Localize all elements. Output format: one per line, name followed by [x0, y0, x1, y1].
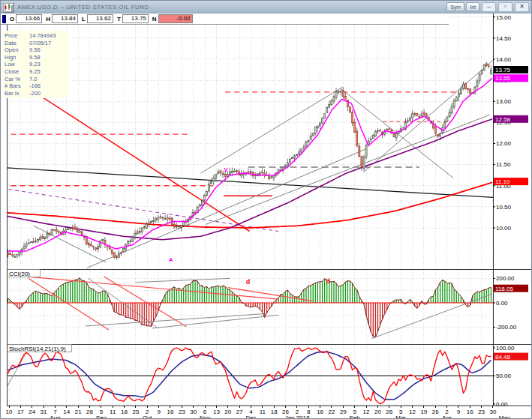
svg-text:10.00: 10.00	[496, 225, 512, 232]
svg-text:18: 18	[121, 409, 128, 415]
info-value: 9.56	[29, 46, 41, 54]
info-label: Open	[5, 46, 29, 54]
info-row: Price14.784943	[5, 32, 66, 40]
svg-text:21: 21	[75, 409, 82, 415]
info-label: High	[5, 54, 29, 61]
info-value: 9.25	[29, 68, 41, 76]
info-value: 07/05/17	[29, 40, 51, 47]
svg-text:11: 11	[260, 409, 266, 415]
svg-text:Feb: Feb	[350, 415, 360, 419]
chart-app-icon	[3, 2, 14, 12]
info-row: Date07/05/17	[5, 40, 66, 47]
svg-text:28: 28	[86, 409, 93, 415]
svg-text:13.00: 13.00	[496, 98, 512, 105]
quote-symbol-marker	[2, 15, 6, 23]
svg-text:30: 30	[190, 409, 197, 415]
svg-text:V: V	[224, 166, 228, 173]
quote-label-L: L	[82, 16, 86, 22]
info-row: Open9.56	[5, 46, 66, 54]
info-row: Low9.23	[5, 61, 66, 68]
quote-label-O: O	[10, 16, 14, 22]
info-value: -200	[29, 90, 41, 97]
window-title: AMEX:USO,D -- UNITED STATES OIL FUND	[17, 4, 445, 10]
svg-text:Mar: Mar	[395, 415, 406, 419]
quote-value-L: 13.62	[87, 14, 113, 23]
chart-svg[interactable]: AVddCCI(20)StochRSI(14,21(1),9)15.0014.5…	[1, 1, 532, 419]
quote-bar: O13.66H13.84L13.62T13.75N-0.02	[1, 13, 449, 25]
svg-text:d: d	[326, 277, 331, 285]
quote-label-H: H	[46, 16, 50, 22]
int-button[interactable]: Int	[466, 2, 479, 11]
svg-text:12: 12	[409, 409, 416, 415]
svg-text:0.00: 0.00	[496, 401, 508, 408]
info-row: Bar Ix-200	[5, 90, 66, 97]
svg-text:9: 9	[457, 409, 461, 415]
svg-text:29: 29	[340, 409, 347, 415]
svg-text:Jan 2018: Jan 2018	[284, 415, 309, 419]
info-value: 7.0	[29, 76, 37, 83]
window-titlebar[interactable]: AMEX:USO,D -- UNITED STATES OIL FUND Sym…	[1, 1, 531, 13]
svg-text:27: 27	[236, 409, 243, 415]
svg-text:20: 20	[224, 409, 231, 415]
svg-text:Sep: Sep	[96, 415, 107, 419]
svg-text:18: 18	[271, 409, 278, 415]
info-value: 14.784943	[29, 32, 56, 40]
svg-text:17: 17	[17, 409, 24, 415]
info-row: # Bars-166	[5, 82, 66, 90]
svg-text:May: May	[499, 415, 510, 419]
quote-value-O: 13.66	[16, 14, 42, 23]
svg-text:Apr: Apr	[442, 415, 452, 419]
svg-text:23: 23	[478, 409, 485, 415]
svg-text:16: 16	[167, 409, 174, 415]
svg-text:25: 25	[132, 409, 139, 415]
svg-text:100.00: 100.00	[496, 345, 515, 352]
svg-text:9: 9	[157, 409, 161, 415]
svg-text:16: 16	[317, 409, 323, 415]
svg-text:Nov: Nov	[200, 415, 210, 419]
svg-text:0.00: 0.00	[496, 300, 508, 307]
sym-button[interactable]: Sym	[446, 2, 464, 11]
quote-label-T: T	[117, 16, 121, 22]
svg-text:StochRSI(14,21(1),9): StochRSI(14,21(1),9)	[9, 346, 66, 352]
svg-text:14.50: 14.50	[496, 35, 512, 42]
svg-text:26: 26	[432, 409, 439, 415]
info-row: Close9.25	[5, 68, 66, 76]
svg-text:31: 31	[41, 409, 47, 415]
svg-text:20: 20	[374, 409, 381, 415]
svg-text:11.10: 11.10	[495, 178, 510, 185]
minimize-button[interactable]: –	[482, 2, 496, 12]
info-label: Low	[5, 61, 29, 68]
svg-text:Aug: Aug	[50, 415, 60, 419]
maximize-button[interactable]: ▫	[498, 2, 512, 12]
quote-label-N: N	[152, 16, 157, 22]
cursor-info-panel: Price14.784943Date07/05/17Open9.56High9.…	[2, 31, 68, 98]
info-label: Bar Ix	[5, 90, 29, 97]
info-value: -166	[29, 82, 41, 90]
svg-text:11.50: 11.50	[496, 161, 511, 168]
close-button[interactable]: ✕	[515, 2, 529, 12]
svg-text:12.58: 12.58	[495, 116, 511, 123]
svg-text:14.00: 14.00	[496, 56, 512, 63]
svg-text:84.48: 84.48	[495, 354, 511, 361]
info-value: 9.58	[29, 54, 41, 61]
svg-text:13.55: 13.55	[495, 75, 511, 82]
info-label: # Bars	[5, 82, 29, 90]
svg-text:22: 22	[329, 409, 335, 415]
info-row: High9.58	[5, 54, 66, 61]
svg-text:10.50: 10.50	[496, 204, 512, 211]
svg-text:13: 13	[213, 409, 220, 415]
svg-text:12: 12	[363, 409, 370, 415]
svg-text:26: 26	[386, 409, 392, 415]
info-label: Car %	[5, 76, 29, 83]
svg-text:15.00: 15.00	[496, 14, 512, 21]
svg-text:14: 14	[63, 409, 70, 415]
svg-text:23: 23	[179, 409, 185, 415]
svg-text:200.00: 200.00	[496, 275, 515, 282]
svg-text:CCI(20): CCI(20)	[9, 271, 30, 277]
svg-text:Dec: Dec	[245, 415, 256, 419]
svg-text:A: A	[169, 256, 173, 263]
svg-text:10: 10	[6, 409, 13, 415]
svg-text:24: 24	[29, 409, 35, 415]
info-label: Close	[5, 68, 29, 76]
svg-text:19: 19	[420, 409, 427, 415]
